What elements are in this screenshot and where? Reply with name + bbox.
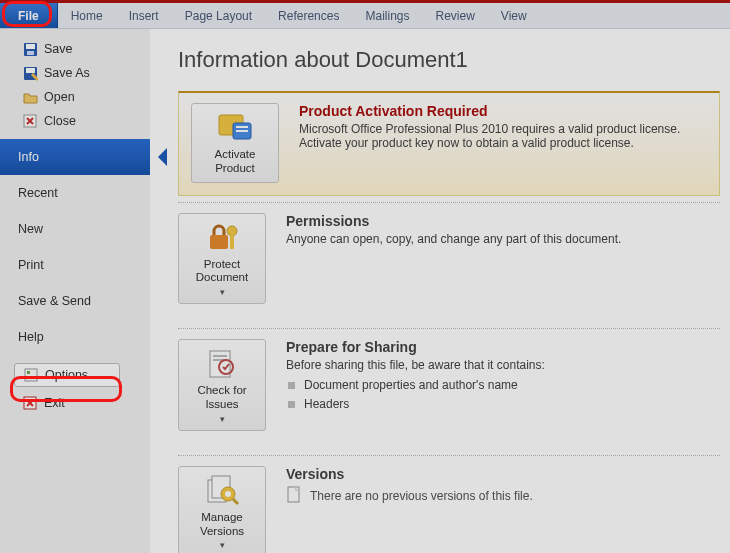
permissions-text: Permissions Anyone can open, copy, and c… — [286, 213, 716, 305]
chevron-down-icon: ▾ — [220, 414, 225, 424]
tab-label: References — [278, 9, 339, 23]
sidebar-item-close[interactable]: Close — [0, 109, 150, 133]
page-title: Information about Document1 — [178, 47, 720, 73]
tab-review[interactable]: Review — [422, 3, 487, 28]
save-icon — [22, 41, 38, 57]
save-as-icon — [22, 65, 38, 81]
svg-rect-17 — [236, 126, 248, 128]
list-item: Document properties and author's name — [286, 376, 706, 395]
chevron-down-icon: ▾ — [220, 287, 225, 297]
prepare-lead: Before sharing this file, be aware that … — [286, 358, 706, 372]
svg-rect-11 — [27, 378, 35, 379]
ribbon-tabs: File Home Insert Page Layout References … — [0, 3, 730, 29]
open-icon — [22, 89, 38, 105]
svg-rect-21 — [230, 235, 234, 249]
svg-rect-8 — [25, 369, 37, 381]
sidebar-item-recent[interactable]: Recent — [0, 175, 150, 211]
sidebar-item-label: Info — [18, 150, 39, 164]
divider — [178, 455, 720, 456]
tab-view[interactable]: View — [488, 3, 540, 28]
sidebar-item-label: New — [18, 222, 43, 236]
versions-icon — [202, 473, 242, 507]
sidebar-item-help[interactable]: Help — [0, 319, 150, 355]
sidebar-item-info[interactable]: Info — [0, 139, 150, 175]
divider — [178, 202, 720, 203]
check-for-issues-button[interactable]: Check for Issues ▾ — [178, 339, 266, 431]
sidebar-item-label: Close — [44, 114, 76, 128]
svg-point-20 — [227, 226, 237, 236]
svg-rect-4 — [26, 68, 35, 73]
options-icon — [23, 367, 39, 383]
tab-label: View — [501, 9, 527, 23]
sidebar-item-label: Help — [18, 330, 44, 344]
tab-label: Insert — [129, 9, 159, 23]
protect-document-button[interactable]: Protect Document ▾ — [178, 213, 266, 305]
backstage-sidebar: Save Save As Open Close Info Recent New — [0, 29, 150, 553]
svg-rect-23 — [213, 355, 227, 357]
svg-rect-18 — [236, 130, 248, 132]
sidebar-item-save[interactable]: Save — [0, 37, 150, 61]
tab-label: Mailings — [365, 9, 409, 23]
svg-rect-10 — [27, 376, 35, 377]
sidebar-item-open[interactable]: Open — [0, 85, 150, 109]
lock-key-icon — [202, 220, 242, 254]
tab-mailings[interactable]: Mailings — [352, 3, 422, 28]
list-item: Headers — [286, 395, 706, 414]
manage-versions-button[interactable]: Manage Versions ▾ — [178, 466, 266, 553]
tab-home[interactable]: Home — [58, 3, 116, 28]
versions-body: There are no previous versions of this f… — [310, 489, 533, 503]
document-icon — [286, 486, 302, 507]
button-label: Protect Document — [196, 258, 248, 286]
tab-insert[interactable]: Insert — [116, 3, 172, 28]
sidebar-item-label: Print — [18, 258, 44, 272]
permissions-body: Anyone can open, copy, and change any pa… — [286, 232, 706, 246]
info-panel: Information about Document1 Activate Pro… — [150, 29, 730, 553]
button-label: Activate Product — [215, 148, 256, 176]
tab-label: Page Layout — [185, 9, 252, 23]
active-notch — [150, 146, 161, 168]
section-activation: Activate Product Product Activation Requ… — [178, 91, 720, 196]
tab-references[interactable]: References — [265, 3, 352, 28]
sidebar-item-save-as[interactable]: Save As — [0, 61, 150, 85]
tab-file-label: File — [18, 9, 39, 23]
tab-page-layout[interactable]: Page Layout — [172, 3, 265, 28]
activate-product-button[interactable]: Activate Product — [191, 103, 279, 183]
close-icon — [22, 113, 38, 129]
prepare-list: Document properties and author's name He… — [286, 376, 706, 414]
svg-rect-1 — [26, 44, 35, 49]
sidebar-item-print[interactable]: Print — [0, 247, 150, 283]
sidebar-item-exit[interactable]: Exit — [0, 389, 150, 417]
activate-icon — [215, 110, 255, 144]
activation-heading: Product Activation Required — [299, 103, 695, 119]
svg-rect-19 — [210, 235, 228, 249]
sidebar-item-new[interactable]: New — [0, 211, 150, 247]
sidebar-item-label: Exit — [44, 396, 65, 410]
chevron-down-icon: ▾ — [220, 540, 225, 550]
sidebar-item-label: Options — [45, 368, 88, 382]
inspect-icon — [202, 346, 242, 380]
prepare-text: Prepare for Sharing Before sharing this … — [286, 339, 716, 431]
versions-heading: Versions — [286, 466, 706, 482]
prepare-heading: Prepare for Sharing — [286, 339, 706, 355]
section-versions: Manage Versions ▾ Versions There are no … — [178, 466, 720, 553]
sidebar-item-label: Save & Send — [18, 294, 91, 308]
divider — [178, 328, 720, 329]
button-label: Manage Versions — [200, 511, 244, 539]
svg-rect-9 — [27, 371, 30, 374]
section-permissions: Protect Document ▾ Permissions Anyone ca… — [178, 213, 720, 323]
sidebar-item-label: Save As — [44, 66, 90, 80]
tab-file[interactable]: File — [0, 3, 58, 28]
sidebar-item-label: Recent — [18, 186, 58, 200]
svg-rect-31 — [288, 487, 299, 502]
exit-icon — [22, 395, 38, 411]
versions-text: Versions There are no previous versions … — [286, 466, 716, 553]
svg-rect-2 — [27, 51, 34, 55]
sidebar-item-label: Open — [44, 90, 75, 104]
sidebar-item-save-send[interactable]: Save & Send — [0, 283, 150, 319]
sidebar-item-options[interactable]: Options — [14, 363, 120, 387]
tab-label: Review — [435, 9, 474, 23]
section-prepare: Check for Issues ▾ Prepare for Sharing B… — [178, 339, 720, 449]
tab-label: Home — [71, 9, 103, 23]
activation-body: Microsoft Office Professional Plus 2010 … — [299, 122, 695, 150]
permissions-heading: Permissions — [286, 213, 706, 229]
